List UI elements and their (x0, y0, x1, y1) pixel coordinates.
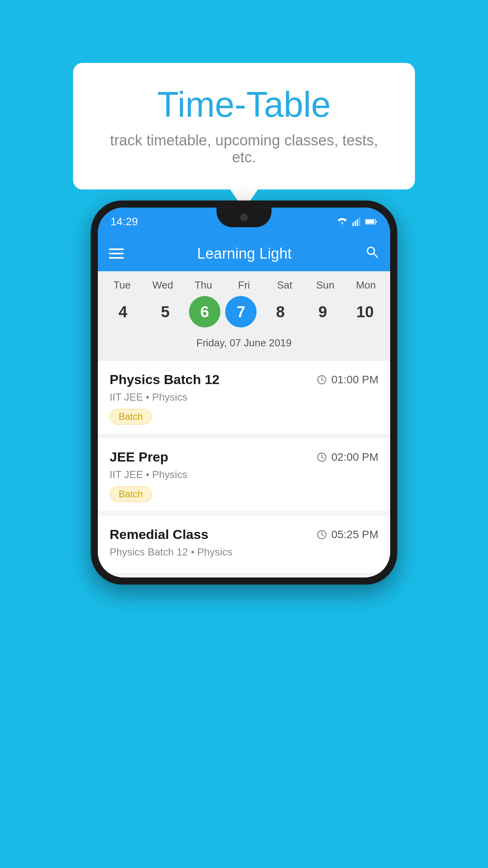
schedule-title: Physics Batch 12 (110, 372, 220, 387)
day-header-sun: Sun (306, 279, 344, 291)
schedule-time: 01:00 PM (316, 373, 378, 386)
calendar-strip: Tue Wed Thu Fri Sat Sun Mon 4 5 6 7 8 9 … (98, 271, 390, 361)
camera (240, 214, 248, 221)
schedule-item-header: Physics Batch 12 01:00 PM (110, 372, 378, 387)
status-bar: 14:29 (98, 208, 390, 236)
day-headers: Tue Wed Thu Fri Sat Sun Mon (98, 279, 390, 291)
schedule-item-header-3: Remedial Class 05:25 PM (110, 527, 378, 542)
day-7-selected[interactable]: 7 (225, 296, 257, 327)
svg-rect-6 (376, 221, 377, 223)
bubble-subtitle: track timetable, upcoming classes, tests… (97, 132, 391, 166)
selected-date: Friday, 07 June 2019 (98, 334, 390, 357)
bubble-title: Time-Table (97, 85, 391, 125)
schedule-time-3: 05:25 PM (316, 528, 378, 541)
batch-badge-1: Batch (110, 409, 152, 425)
day-header-mon: Mon (347, 279, 385, 291)
schedule-subtitle: IIT JEE • Physics (110, 391, 378, 403)
svg-line-8 (374, 254, 378, 257)
phone-inner: 14:29 (98, 208, 390, 577)
day-6-today[interactable]: 6 (189, 296, 220, 327)
day-header-tue: Tue (103, 279, 141, 291)
speech-bubble-container: Time-Table track timetable, upcoming cla… (73, 63, 415, 189)
day-header-thu: Thu (185, 279, 222, 291)
phone-outer: 14:29 (91, 200, 397, 585)
day-header-sat: Sat (266, 279, 303, 291)
schedule-title-3: Remedial Class (110, 527, 208, 542)
schedule-item-remedial[interactable]: Remedial Class 05:25 PM Physics Batch 12… (98, 516, 390, 574)
schedule-title-2: JEE Prep (110, 449, 168, 465)
status-icons (337, 217, 378, 226)
day-numbers: 4 5 6 7 8 9 10 (98, 291, 390, 334)
svg-point-7 (367, 247, 374, 254)
day-5[interactable]: 5 (147, 296, 184, 327)
phone-mockup: 14:29 (91, 200, 397, 585)
clock-icon-2 (316, 452, 327, 463)
search-icon[interactable] (365, 245, 379, 263)
day-10[interactable]: 10 (347, 296, 384, 327)
signal-icon (352, 217, 361, 226)
app-bar: Learning Light (98, 236, 390, 271)
schedule-subtitle-2: IIT JEE • Physics (110, 469, 378, 481)
notch (216, 208, 272, 227)
svg-rect-0 (352, 223, 354, 226)
hamburger-menu-icon[interactable] (109, 248, 124, 259)
speech-bubble: Time-Table track timetable, upcoming cla… (73, 63, 415, 189)
schedule-item-jee-prep[interactable]: JEE Prep 02:00 PM IIT JEE • Physics Batc… (98, 438, 390, 512)
day-header-wed: Wed (144, 279, 182, 291)
schedule-time-value-2: 02:00 PM (331, 451, 378, 463)
schedule-time-2: 02:00 PM (316, 451, 378, 463)
schedule-time-value: 01:00 PM (331, 373, 378, 386)
day-9[interactable]: 9 (304, 296, 341, 327)
day-4[interactable]: 4 (104, 296, 141, 327)
svg-rect-5 (366, 220, 374, 224)
svg-rect-1 (355, 221, 356, 226)
status-time: 14:29 (110, 215, 138, 228)
schedule-item-header-2: JEE Prep 02:00 PM (110, 449, 378, 465)
clock-icon-3 (316, 529, 327, 540)
wifi-icon (337, 217, 348, 226)
svg-rect-2 (357, 219, 358, 226)
schedule-list: Physics Batch 12 01:00 PM IIT JEE • Phys… (98, 361, 390, 574)
schedule-time-value-3: 05:25 PM (331, 528, 378, 541)
schedule-item-physics-batch-12[interactable]: Physics Batch 12 01:00 PM IIT JEE • Phys… (98, 361, 390, 434)
day-header-fri: Fri (225, 279, 262, 291)
clock-icon (316, 374, 327, 385)
day-8[interactable]: 8 (262, 296, 299, 327)
svg-rect-3 (359, 217, 360, 226)
schedule-subtitle-3: Physics Batch 12 • Physics (110, 546, 378, 558)
batch-badge-2: Batch (110, 486, 152, 502)
battery-icon (365, 218, 378, 225)
app-title: Learning Light (135, 245, 354, 262)
